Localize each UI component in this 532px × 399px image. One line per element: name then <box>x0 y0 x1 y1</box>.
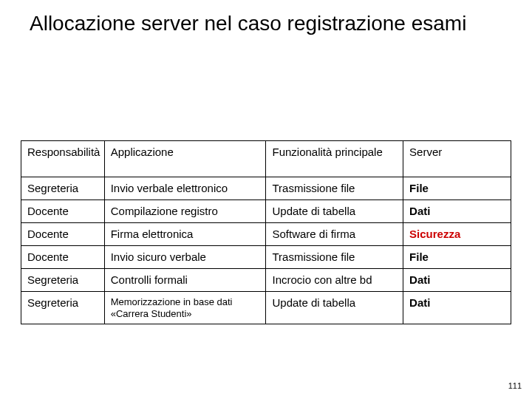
cell-responsabilita: Segreteria <box>21 292 105 324</box>
header-funzionalita: Funzionalità principale <box>266 141 403 177</box>
cell-applicazione: Firma elettronica <box>104 223 266 246</box>
cell-responsabilita: Docente <box>21 246 105 269</box>
cell-applicazione: Compilazione registro <box>104 200 266 223</box>
cell-server: Dati <box>403 292 511 324</box>
cell-server: Dati <box>403 269 511 292</box>
cell-server: Sicurezza <box>403 223 511 246</box>
table-row: SegreteriaMemorizzazione in base dati «C… <box>21 292 511 324</box>
table-row: DocenteCompilazione registroUpdate di ta… <box>21 200 511 223</box>
cell-responsabilita: Docente <box>21 223 105 246</box>
allocation-table-wrap: Responsabilità Applicazione Funzionalità… <box>21 140 511 324</box>
table-row: DocenteInvio sicuro verbaleTrasmissione … <box>21 246 511 269</box>
header-responsabilita: Responsabilità <box>21 141 105 177</box>
cell-responsabilita: Docente <box>21 200 105 223</box>
cell-server: File <box>403 177 511 200</box>
cell-applicazione: Invio sicuro verbale <box>104 246 266 269</box>
cell-funzionalita: Incrocio con altre bd <box>266 269 403 292</box>
cell-server: File <box>403 246 511 269</box>
table-row: SegreteriaInvio verbale elettronicoTrasm… <box>21 177 511 200</box>
page-number: 111 <box>508 381 522 390</box>
cell-responsabilita: Segreteria <box>21 177 105 200</box>
header-applicazione: Applicazione <box>104 141 266 177</box>
table-body: SegreteriaInvio verbale elettronicoTrasm… <box>21 177 511 324</box>
cell-responsabilita: Segreteria <box>21 269 105 292</box>
cell-funzionalita: Update di tabella <box>266 292 403 324</box>
table-row: DocenteFirma elettronicaSoftware di firm… <box>21 223 511 246</box>
cell-applicazione: Invio verbale elettronico <box>104 177 266 200</box>
cell-applicazione: Memorizzazione in base dati «Carrera Stu… <box>104 292 266 324</box>
table-row: SegreteriaControlli formaliIncrocio con … <box>21 269 511 292</box>
slide-title: Allocazione server nel caso registrazion… <box>30 12 466 35</box>
allocation-table: Responsabilità Applicazione Funzionalità… <box>21 140 511 324</box>
cell-applicazione: Controlli formali <box>104 269 266 292</box>
table-header-row: Responsabilità Applicazione Funzionalità… <box>21 141 511 177</box>
cell-funzionalita: Trasmissione file <box>266 177 403 200</box>
cell-funzionalita: Trasmissione file <box>266 246 403 269</box>
cell-funzionalita: Software di firma <box>266 223 403 246</box>
header-server: Server <box>403 141 511 177</box>
cell-server: Dati <box>403 200 511 223</box>
cell-funzionalita: Update di tabella <box>266 200 403 223</box>
